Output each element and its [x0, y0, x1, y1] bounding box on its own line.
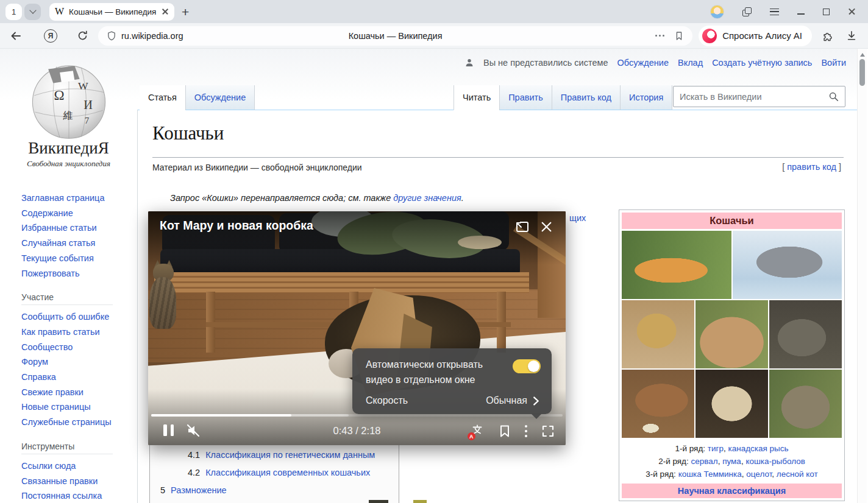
wiki-tab-править-код[interactable]: Править код [552, 85, 620, 110]
video-progress-bar[interactable] [151, 414, 563, 417]
sidebar-link-форум[interactable]: Форум [21, 357, 48, 367]
translate-icon[interactable]: A [470, 423, 486, 439]
article-text-fragment[interactable]: щих [569, 213, 586, 223]
tab-groups-icon[interactable] [742, 7, 752, 16]
toc-link-классификация-современных-кошачьих[interactable]: Классификация современных кошачьих [205, 468, 370, 477]
fullscreen-icon[interactable] [541, 424, 555, 438]
photo-ocelot[interactable] [695, 370, 768, 438]
link-создать-учётную-запись[interactable]: Создать учётную запись [712, 58, 812, 68]
page-scrollbar[interactable] [857, 49, 867, 503]
extensions-icon[interactable] [822, 30, 834, 42]
sidebar-link-новые-страницы[interactable]: Новые страницы [21, 402, 91, 412]
search-input[interactable]: Искать в Википедии [680, 92, 828, 102]
minimize-button[interactable] [797, 13, 805, 15]
scrollbar-thumb[interactable] [859, 59, 865, 86]
video-close-icon[interactable] [540, 220, 553, 236]
svg-text:И: И [84, 98, 93, 111]
speed-selector[interactable]: Обычная [486, 395, 539, 406]
bookmark-icon[interactable] [674, 30, 684, 41]
taxobox-section-header: Научная классификация [622, 484, 842, 498]
site-subtitle: Материал из Википедии — свободной энцикл… [152, 163, 362, 172]
link-войти[interactable]: Войти [821, 58, 846, 68]
sidebar-link-содержание[interactable]: Содержание [21, 208, 73, 218]
redirect-link[interactable]: другие значения [393, 193, 461, 203]
mute-icon[interactable] [186, 423, 201, 440]
sidebar-link-как-править-статьи[interactable]: Как править статьи [21, 327, 100, 337]
sidebar-link-справка[interactable]: Справка [21, 372, 56, 382]
sidebar-link-связанные-правки[interactable]: Связанные правки [21, 476, 98, 486]
photo-wildcat[interactable] [769, 370, 842, 438]
sidebar-link-ссылки-сюда[interactable]: Ссылки сюда [21, 461, 76, 471]
browser-tab[interactable]: W Кошачьи — Википедия [49, 3, 174, 21]
sidebar-link-сообщество[interactable]: Сообщество [21, 342, 73, 352]
tab-list-button[interactable] [24, 4, 41, 20]
classification-link[interactable]: Научная классификация [678, 486, 786, 496]
sidebar-link-сообщить-об-ошибке[interactable]: Сообщить об ошибке [21, 312, 109, 322]
close-window-button[interactable] [848, 8, 856, 16]
sidebar-link-текущие-события[interactable]: Текущие события [21, 253, 94, 263]
scrollbar-up-arrow[interactable] [860, 53, 865, 57]
photo-canada-lynx[interactable] [733, 231, 842, 299]
reload-button[interactable] [77, 30, 88, 41]
edit-code-link[interactable]: править код [787, 162, 836, 172]
save-bookmark-icon[interactable] [499, 424, 511, 438]
new-tab-button[interactable]: + [182, 5, 189, 18]
maximize-button[interactable] [823, 9, 830, 15]
infobox-link-сервал[interactable]: сервал [691, 457, 717, 466]
more-options-icon[interactable] [524, 424, 528, 438]
sidebar-main-list: Заглавная страницаСодержаниеИзбранные ст… [21, 191, 131, 281]
infobox-link-пума[interactable]: пума [722, 457, 741, 466]
edit-bracket: ] [836, 162, 841, 172]
photo-temminck-cat[interactable] [622, 370, 694, 438]
infobox-link-лесной-кот[interactable]: лесной кот [777, 470, 818, 479]
wikipedia-globe-logo[interactable]: Ω W И 維 7 [23, 61, 115, 140]
address-bar[interactable]: ru.wikipedia.org Кошачьи — Википедия [98, 26, 692, 46]
downloads-icon[interactable] [846, 30, 857, 41]
tab-counter-button[interactable]: 1 [5, 4, 22, 20]
taxobox-captions: 1-й ряд: тигр, канадская рысь2-й ряд: се… [622, 442, 842, 480]
sidebar-link-избранные-статьи[interactable]: Избранные статьи [21, 223, 97, 233]
toc-list: 4.1Классификация по генетическим данным4… [150, 446, 399, 503]
picture-in-picture-icon[interactable] [514, 220, 529, 236]
video-player[interactable]: Кот Мару и новая коробка 0:43 / 2:18 A [148, 211, 566, 445]
wiki-tab-править[interactable]: Править [499, 85, 552, 110]
sidebar-link-пожертвовать[interactable]: Пожертвовать [21, 269, 80, 278]
ask-alice-button[interactable]: Спросить Алису AI [699, 26, 812, 46]
photo-tiger[interactable] [622, 231, 731, 299]
yandex-button[interactable]: Я [44, 29, 57, 43]
taxobox-title: Кошачьи [622, 213, 842, 229]
toc-number: 4.2 [188, 468, 200, 477]
more-actions-icon[interactable] [655, 35, 665, 37]
toc-link-классификация-по-генетическим-данным[interactable]: Классификация по генетическим данным [205, 450, 375, 460]
back-button[interactable] [10, 30, 22, 42]
infobox-link-кошка-рыболов[interactable]: кошка-рыболов [745, 457, 805, 466]
sidebar-link-служебные-страницы[interactable]: Служебные страницы [21, 417, 112, 427]
wiki-tab-статья[interactable]: Статья [140, 85, 185, 110]
sidebar-link-свежие-правки[interactable]: Свежие правки [21, 387, 84, 397]
toc-link-размножение[interactable]: Размножение [171, 485, 227, 495]
infobox-link-тигр[interactable]: тигр [708, 444, 724, 453]
wiki-tab-читать[interactable]: Читать [454, 85, 499, 110]
user-icon [464, 58, 474, 68]
alice-avatar-icon[interactable] [710, 5, 724, 19]
wiki-tab-история[interactable]: История [620, 85, 672, 110]
photo-fishing-cat[interactable] [769, 300, 842, 368]
sidebar-link-заглавная-страница[interactable]: Заглавная страница [21, 193, 104, 203]
photo-puma[interactable] [695, 300, 768, 368]
link-обсуждение[interactable]: Обсуждение [617, 58, 668, 68]
sidebar-link-случайная-статья[interactable]: Случайная статья [21, 238, 95, 248]
search-box[interactable]: Искать в Википедии [673, 86, 845, 107]
photo-serval[interactable] [622, 300, 694, 368]
infobox-link-оцелот[interactable]: оцелот [746, 470, 772, 479]
menu-icon[interactable] [770, 9, 779, 15]
tab-close-icon[interactable] [162, 8, 169, 15]
shield-icon[interactable] [107, 30, 116, 41]
link-вклад[interactable]: Вклад [678, 58, 703, 68]
infobox-link-кошка-темминка[interactable]: кошка Темминка [678, 470, 742, 479]
infobox-link-канадская-рысь[interactable]: канадская рысь [728, 444, 788, 453]
auto-open-toggle[interactable] [513, 359, 541, 373]
wiki-tab-обсуждение[interactable]: Обсуждение [185, 85, 255, 110]
pause-button[interactable] [163, 424, 174, 436]
sidebar-link-постоянная-ссылка[interactable]: Постоянная ссылка [21, 491, 102, 501]
search-icon[interactable] [828, 91, 839, 102]
